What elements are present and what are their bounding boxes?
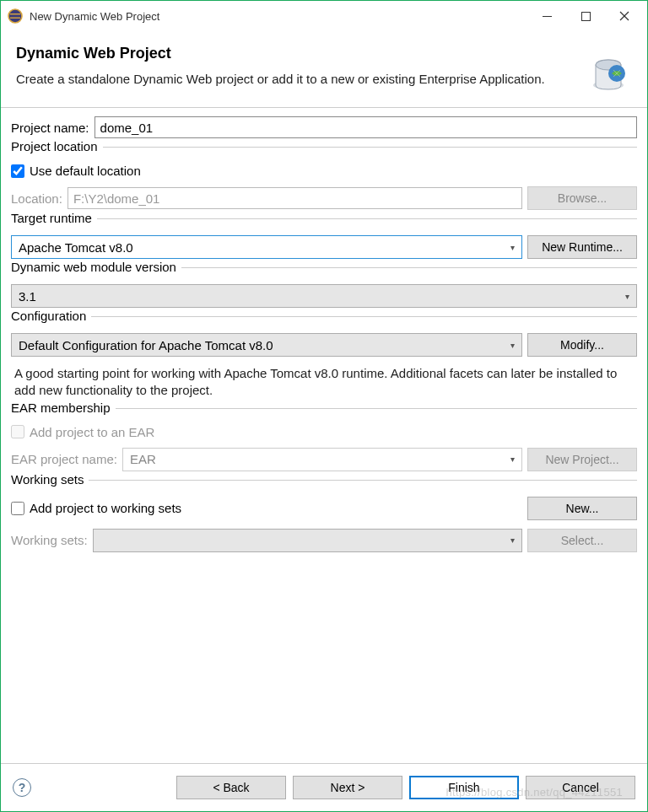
svg-rect-4 <box>581 12 590 20</box>
svg-point-0 <box>8 9 22 23</box>
module-version-title: Dynamic web module version <box>11 260 181 274</box>
close-button[interactable] <box>605 3 644 29</box>
target-runtime-group: Target runtime Apache Tomcat v8.0 ▾ New … <box>11 218 637 259</box>
ear-membership-group: EAR membership Add project to an EAR EAR… <box>11 408 637 471</box>
working-sets-group: Working sets Add project to working sets… <box>11 480 637 552</box>
project-location-group: Project location Use default location Lo… <box>11 147 637 210</box>
location-input <box>68 187 522 209</box>
project-name-input[interactable] <box>94 116 637 138</box>
svg-rect-2 <box>10 18 20 19</box>
wizard-header: Dynamic Web Project Create a standalone … <box>1 31 647 107</box>
module-version-group: Dynamic web module version 3.1 ▾ <box>11 267 637 308</box>
working-sets-select: ▾ <box>93 529 522 552</box>
wizard-description: Create a standalone Dynamic Web project … <box>16 71 576 88</box>
ear-project-name-select: EAR ▾ <box>122 448 522 471</box>
new-runtime-button[interactable]: New Runtime... <box>527 235 637 259</box>
project-name-label: Project name: <box>11 121 89 135</box>
target-runtime-select[interactable]: Apache Tomcat v8.0 ▾ <box>11 235 522 259</box>
add-to-ear-checkbox <box>11 425 24 438</box>
wizard-icon <box>585 45 632 92</box>
finish-button[interactable]: Finish <box>409 776 519 799</box>
cancel-button[interactable]: Cancel <box>526 776 635 799</box>
use-default-location-label: Use default location <box>30 164 141 178</box>
use-default-location-checkbox[interactable] <box>11 164 24 178</box>
configuration-title: Configuration <box>11 309 91 323</box>
svg-rect-1 <box>10 13 20 14</box>
configuration-value: Default Configuration for Apache Tomcat … <box>19 338 273 352</box>
titlebar: New Dynamic Web Project <box>1 1 647 31</box>
target-runtime-title: Target runtime <box>11 211 97 225</box>
add-to-working-sets-checkbox[interactable] <box>11 502 24 515</box>
location-label: Location: <box>11 191 62 206</box>
dialog-window: New Dynamic Web Project Dynamic Web Proj… <box>0 0 648 812</box>
module-version-select[interactable]: 3.1 ▾ <box>11 284 637 308</box>
eclipse-icon <box>8 8 23 24</box>
back-button[interactable]: < Back <box>176 776 286 799</box>
modify-button[interactable]: Modify... <box>527 333 637 357</box>
minimize-button[interactable] <box>527 3 566 29</box>
maximize-button[interactable] <box>566 3 605 29</box>
working-sets-title: Working sets <box>11 472 89 487</box>
ear-project-name-label: EAR project name: <box>11 452 117 466</box>
wizard-title: Dynamic Web Project <box>16 45 576 62</box>
help-icon[interactable]: ? <box>13 778 31 797</box>
ear-membership-title: EAR membership <box>11 401 116 415</box>
add-to-working-sets-label: Add project to working sets <box>30 501 181 515</box>
project-location-title: Project location <box>11 139 103 153</box>
select-working-set-button: Select... <box>527 529 637 552</box>
working-sets-label: Working sets: <box>11 533 88 547</box>
wizard-footer: ? < Back Next > Finish Cancel <box>1 763 647 811</box>
target-runtime-value: Apache Tomcat v8.0 <box>19 240 133 255</box>
configuration-select[interactable]: Default Configuration for Apache Tomcat … <box>11 333 522 357</box>
chevron-down-icon: ▾ <box>510 454 515 464</box>
chevron-down-icon: ▾ <box>625 292 629 301</box>
chevron-down-icon: ▾ <box>510 341 515 350</box>
add-to-ear-label: Add project to an EAR <box>30 425 154 439</box>
window-title: New Dynamic Web Project <box>30 10 527 23</box>
next-button[interactable]: Next > <box>293 776 402 799</box>
browse-button: Browse... <box>527 186 637 210</box>
chevron-down-icon: ▾ <box>510 243 515 252</box>
ear-project-name-value: EAR <box>130 452 156 466</box>
module-version-value: 3.1 <box>19 289 36 304</box>
chevron-down-icon: ▾ <box>510 535 515 545</box>
configuration-help-text: A good starting point for working with A… <box>14 365 634 400</box>
configuration-group: Configuration Default Configuration for … <box>11 316 637 400</box>
new-ear-project-button: New Project... <box>527 448 637 471</box>
new-working-set-button[interactable]: New... <box>527 497 637 520</box>
